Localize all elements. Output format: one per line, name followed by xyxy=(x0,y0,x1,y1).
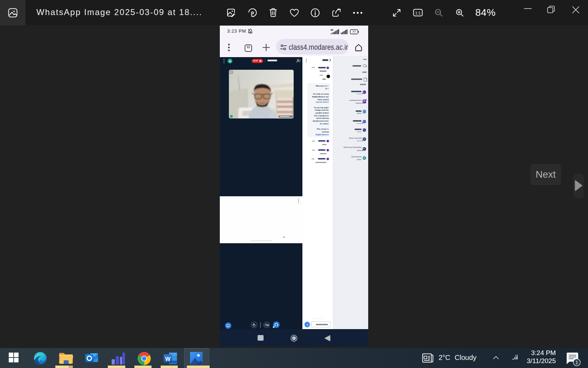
svg-text:W: W xyxy=(165,356,171,362)
svg-text:1: 1 xyxy=(575,360,578,365)
svg-text:77: 77 xyxy=(352,30,356,34)
svg-text:4G: 4G xyxy=(330,29,334,31)
svg-text:1:1: 1:1 xyxy=(415,11,420,15)
